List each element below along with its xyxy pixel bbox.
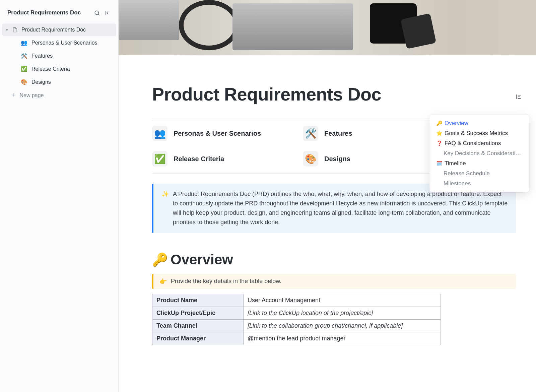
table-key: Team Channel [152,319,244,332]
subpage-link-designs[interactable]: 🎨 Designs [303,151,417,167]
key-icon: 🔑 [152,252,168,267]
palette-icon: 🎨 [21,79,27,85]
check-icon: ✅ [152,151,168,167]
sidebar-item-label: Designs [31,79,51,85]
table-row[interactable]: Product Manager @mention the lead produc… [152,332,441,345]
main: Product Requirements Doc 👥 Personas & Us… [119,0,536,392]
subpage-link-label: Release Criteria [174,155,224,163]
collapse-sidebar-icon[interactable] [103,8,112,17]
table-row[interactable]: Product Name User Account Management [152,294,441,307]
calendar-icon: 🗓️ [436,160,443,167]
svg-line-1 [98,14,99,15]
sparkle-icon: ✨ [161,190,169,227]
table-key: Product Name [152,294,244,307]
tip-text: Provide the key details in the table bel… [171,278,281,285]
sidebar-item-prd[interactable]: ▾ Product Requirements Doc [2,23,116,36]
svg-point-0 [95,11,98,14]
toc-label: Timeline [445,160,466,167]
table-val: [Link to the collaboration group chat/ch… [244,319,441,332]
chevron-down-icon: ▾ [5,28,9,32]
toc-toggle-icon[interactable] [514,92,523,102]
overview-table: Product Name User Account Management Cli… [152,294,441,345]
table-val: @mention the lead product manager [244,332,441,345]
table-row[interactable]: Team Channel [Link to the collaboration … [152,319,441,332]
people-icon: 👥 [21,40,27,46]
page-icon [12,27,18,33]
toc-item-timeline[interactable]: 🗓️ Timeline [436,160,523,167]
sidebar-item-release-criteria[interactable]: ✅ Release Criteria [0,62,118,75]
sidebar-item-label: Release Criteria [31,66,70,72]
key-icon: 🔑 [436,120,443,126]
toc-panel: 🔑 Overview ⭐ Goals & Success Metrics ❓ F… [429,115,529,192]
palette-icon: 🎨 [303,151,318,167]
sidebar-header: Product Requirements Doc [0,8,118,23]
toc-item-goals[interactable]: ⭐ Goals & Success Metrics [436,130,523,137]
sidebar-item-designs[interactable]: 🎨 Designs [0,75,118,88]
toc-label: Goals & Success Metrics [445,130,508,137]
toc-label: Overview [445,120,468,127]
new-page-button[interactable]: + New page [0,88,118,102]
toc-item-release-schedule[interactable]: Release Schedule [436,170,523,177]
sidebar-item-label: Product Requirements Doc [21,27,86,33]
subpage-link-personas[interactable]: 👥 Personas & User Scenarios [152,126,299,141]
toc-item-overview[interactable]: 🔑 Overview [436,120,523,127]
search-icon[interactable] [92,8,102,17]
plus-icon: + [12,92,16,99]
sidebar-item-personas[interactable]: 👥 Personas & User Scenarios [0,36,118,49]
subpage-link-label: Designs [324,155,350,163]
toc-label: Key Decisions & Consideratio… [444,150,523,157]
sidebar-item-label: Features [31,53,53,59]
point-right-icon: 👉 [159,278,167,285]
toc-item-faq[interactable]: ❓ FAQ & Considerations [436,140,523,147]
page-title: Product Requirements Doc [152,84,516,105]
sidebar-item-label: Personas & User Scenarios [31,40,97,46]
subpage-link-label: Personas & User Scenarios [174,130,261,137]
toc-label: Milestones [444,180,471,187]
check-icon: ✅ [21,66,27,72]
cover-image [119,0,536,55]
star-icon: ⭐ [436,130,443,136]
callout-text: A Product Requirements Doc (PRD) outline… [173,190,508,227]
tools-icon: 🛠️ [21,53,27,59]
sidebar-title: Product Requirements Doc [7,9,91,16]
toc-item-key-decisions[interactable]: Key Decisions & Consideratio… [436,150,523,157]
table-val: [Link to the ClickUp location of the pro… [244,307,441,319]
overview-heading-text: Overview [171,252,233,268]
sidebar: Product Requirements Doc ▾ Product Requi… [0,0,119,392]
table-key: ClickUp Project/Epic [152,307,244,319]
tools-icon: 🛠️ [303,126,318,141]
toc-label: FAQ & Considerations [445,140,501,147]
subpage-link-features[interactable]: 🛠️ Features [303,126,417,141]
toc-label: Release Schedule [444,170,490,177]
table-row[interactable]: ClickUp Project/Epic [Link to the ClickU… [152,307,441,319]
tip-callout: 👉 Provide the key details in the table b… [152,274,516,289]
table-key: Product Manager [152,332,244,345]
question-icon: ❓ [436,140,443,146]
subpage-link-release-criteria[interactable]: ✅ Release Criteria [152,151,299,167]
new-page-label: New page [20,92,44,99]
table-val: User Account Management [244,294,441,307]
subpage-link-label: Features [324,130,352,137]
people-icon: 👥 [152,126,168,141]
sidebar-item-features[interactable]: 🛠️ Features [0,49,118,62]
overview-heading: 🔑 Overview [152,252,516,268]
toc-item-milestones[interactable]: Milestones [436,180,523,187]
